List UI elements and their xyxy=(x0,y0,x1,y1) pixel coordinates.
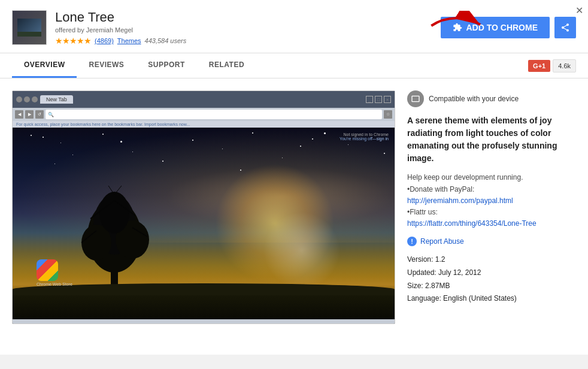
win-min-btn: _ xyxy=(366,96,373,103)
close-button[interactable]: ✕ xyxy=(575,5,583,16)
gplus-count: 4.6k xyxy=(553,59,576,72)
star-7 xyxy=(252,132,253,134)
star-13 xyxy=(162,161,163,162)
browser-chrome-right: _ □ × xyxy=(366,96,391,103)
tabs-right: G+1 4.6k xyxy=(528,59,576,72)
compatible-text: Compatible with your device xyxy=(429,95,519,103)
address-bar[interactable]: 🔍 xyxy=(46,110,382,119)
compatible-row: Compatible with your device xyxy=(407,90,576,107)
paypal-link[interactable]: http://jeremiahm.com/paypal.html xyxy=(407,196,513,205)
browser-chrome: New Tab _ □ × xyxy=(13,91,395,108)
users-text: 443,584 users xyxy=(145,37,187,44)
language-value: English (United States) xyxy=(443,294,517,303)
win-minimize xyxy=(16,96,22,102)
add-to-chrome-button[interactable]: ADD TO CHROME xyxy=(441,17,550,38)
back-icon: ◀ xyxy=(15,110,23,119)
glow-2 xyxy=(257,205,347,295)
win-close-btn: × xyxy=(384,96,391,103)
themes-link[interactable]: Themes xyxy=(117,37,141,44)
star-6 xyxy=(222,149,223,149)
report-abuse[interactable]: ! Report Abuse xyxy=(407,237,576,246)
star-rating: ★★★★★ xyxy=(55,36,91,46)
gplus-button[interactable]: G+1 xyxy=(528,60,550,72)
rating-row: ★★★★★ (4869) Themes 443,584 users xyxy=(55,36,186,46)
description: A serene theme with elements of joy radi… xyxy=(407,114,576,165)
screenshot-section: New Tab _ □ × ◀ ▶ ↺ 🔍 ☆ For quick access… xyxy=(12,90,395,343)
win-maximize xyxy=(24,96,30,102)
star-9 xyxy=(312,138,313,140)
add-to-chrome-label: ADD TO CHROME xyxy=(466,23,538,32)
updated-value: July 12, 2012 xyxy=(438,268,481,277)
cws-icon-img xyxy=(37,259,58,281)
tabs-bar: OVERVIEW REVIEWS SUPPORT RELATED G+1 4.6… xyxy=(0,53,588,78)
app-title-block: Lone Tree offered by Jeremiah Megel ★★★★… xyxy=(55,10,186,46)
win-close xyxy=(32,96,38,102)
browser-toolbar: ◀ ▶ ↺ 🔍 ☆ xyxy=(13,108,395,121)
app-icon-inner xyxy=(17,19,41,37)
language-label: Language: xyxy=(407,294,441,303)
reload-icon: ↺ xyxy=(35,110,44,119)
star-14 xyxy=(120,141,122,143)
ground xyxy=(13,289,395,319)
version-label: Version: xyxy=(407,255,433,264)
browser-bottom: Mostvisited Apps Recently closed ▼ xyxy=(13,319,395,324)
star-4 xyxy=(132,152,133,152)
star-5 xyxy=(192,140,193,141)
version-row: Version: 1.2 xyxy=(407,253,576,267)
header-left: Lone Tree offered by Jeremiah Megel ★★★★… xyxy=(12,10,186,46)
star-8 xyxy=(282,158,283,158)
star-3 xyxy=(102,134,104,135)
header: Lone Tree offered by Jeremiah Megel ★★★★… xyxy=(0,0,588,53)
report-icon: ! xyxy=(407,237,417,246)
cws-icon: Chrome Web Store xyxy=(37,259,72,286)
info-panel: Compatible with your device A serene the… xyxy=(407,90,576,343)
offered-by: offered by Jeremiah Megel xyxy=(55,26,186,34)
share-button[interactable] xyxy=(554,17,576,38)
puzzle-icon xyxy=(453,23,462,32)
compatible-icon xyxy=(407,90,424,107)
rating-count[interactable]: (4869) xyxy=(95,37,114,44)
device-icon xyxy=(411,94,420,104)
app-title: Lone Tree xyxy=(55,10,186,25)
star-17 xyxy=(384,153,385,154)
size-row: Size: 2.87MB xyxy=(407,280,576,293)
main-content: New Tab _ □ × ◀ ▶ ↺ 🔍 ☆ For quick access… xyxy=(0,78,588,355)
tab-support[interactable]: SUPPORT xyxy=(136,53,197,78)
updated-row: Updated: July 12, 2012 xyxy=(407,267,576,280)
bottom-mostvisited: Mostvisited xyxy=(17,323,38,325)
search-icon: 🔍 xyxy=(48,112,54,117)
size-value: 2.87MB xyxy=(425,282,450,290)
star-icon: ☆ xyxy=(384,110,392,119)
star-20 xyxy=(240,170,241,171)
tab-related[interactable]: RELATED xyxy=(197,53,256,78)
sign-in-text: Not signed in to Chrome You're missing o… xyxy=(340,132,389,141)
header-right: ADD TO CHROME xyxy=(441,17,576,38)
size-label: Size: xyxy=(407,282,423,290)
star-15 xyxy=(300,146,301,147)
browser-tab: New Tab xyxy=(40,95,73,104)
bottom-apps: Apps xyxy=(141,323,150,325)
bookmark-bar: For quick access, place your bookmarks h… xyxy=(13,121,395,128)
bottom-recently-closed: Recently closed ▼ xyxy=(355,323,390,325)
tab-reviews[interactable]: REVIEWS xyxy=(77,53,136,78)
star-18 xyxy=(324,132,326,134)
star-19 xyxy=(54,164,55,164)
flattr-link[interactable]: https://flattr.com/thing/643354/Lone-Tre… xyxy=(407,219,537,228)
tab-overview[interactable]: OVERVIEW xyxy=(12,53,77,78)
screenshot-wrapper: New Tab _ □ × ◀ ▶ ↺ 🔍 ☆ For quick access… xyxy=(12,90,395,324)
forward-icon: ▶ xyxy=(25,110,34,119)
win-max-btn: □ xyxy=(375,96,382,103)
star-10 xyxy=(348,144,348,145)
version-value: 1.2 xyxy=(435,255,445,264)
app-icon xyxy=(12,10,47,45)
star-11 xyxy=(31,135,32,136)
cws-label: Chrome Web Store xyxy=(37,282,72,286)
bookmark-hint: For quick access, place your bookmarks h… xyxy=(16,122,190,126)
scene: Chrome Web Store Not signed in to Chrome… xyxy=(13,128,395,319)
star-2 xyxy=(60,143,61,143)
star-12 xyxy=(72,155,73,155)
description-extra: Help keep our development running. •Dona… xyxy=(407,172,576,229)
updated-label: Updated: xyxy=(407,268,437,277)
star-1 xyxy=(43,137,44,138)
language-row: Language: English (United States) xyxy=(407,292,576,306)
